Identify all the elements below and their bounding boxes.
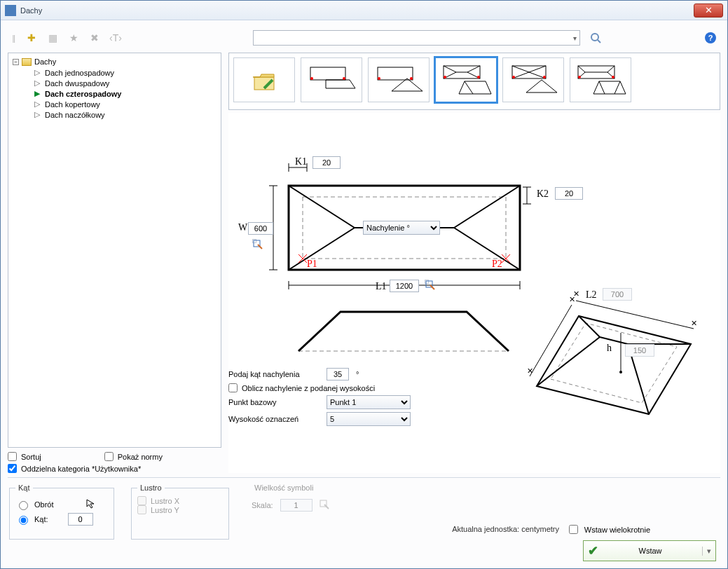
base-point-select[interactable]: Punkt 1 <box>327 395 411 409</box>
svg-line-48 <box>289 228 355 270</box>
angle-group: Kąt Obrót Kąt: <box>9 484 114 540</box>
own-category-checkbox[interactable]: Oddzielna kategoria *Użytkownika* <box>8 464 221 473</box>
symbol-size-group: Wielkość symboli Skala: <box>246 484 386 523</box>
rotate-radio[interactable]: Obrót <box>15 499 108 510</box>
l1-input[interactable] <box>390 280 419 292</box>
item-bullet-icon: ▶ <box>34 89 41 98</box>
item-bullet-icon: ▷ <box>34 110 41 119</box>
svg-point-11 <box>410 77 413 80</box>
thumbnail-folder[interactable] <box>233 57 295 102</box>
k1-input[interactable] <box>313 156 341 169</box>
svg-point-10 <box>378 77 380 80</box>
svg-point-77 <box>619 371 622 373</box>
pick-length-icon[interactable] <box>425 280 429 284</box>
svg-line-29 <box>578 66 585 72</box>
svg-line-36 <box>614 81 620 94</box>
insert-multi-checkbox[interactable]: Wstaw wielokrotnie <box>566 523 650 536</box>
svg-line-30 <box>607 66 614 72</box>
right-panel: K1 K2 <box>228 53 720 473</box>
svg-marker-5 <box>326 80 355 88</box>
svg-point-26 <box>512 76 515 78</box>
text-icon[interactable]: ‹T› <box>110 32 121 43</box>
thumbnail-hip-roof[interactable] <box>435 57 497 102</box>
left-panel: − Dachy ▷Dach jednospadowy ▷Dach dwuspad… <box>8 53 221 473</box>
l2-input <box>603 288 632 301</box>
tree-item[interactable]: ▷Dach dwuspadowy <box>34 78 217 88</box>
svg-marker-3 <box>253 74 274 77</box>
svg-text:✕: ✕ <box>569 295 575 303</box>
tree-collapse-icon[interactable]: − <box>13 59 19 65</box>
delete-icon[interactable]: ✖ <box>89 32 100 43</box>
insert-button[interactable]: ✔ Wstaw ▾ <box>583 540 716 561</box>
svg-line-69 <box>600 337 628 344</box>
star-icon[interactable]: ★ <box>68 32 79 43</box>
k2-label: K2 <box>537 188 549 199</box>
pick-point-icon[interactable] <box>252 239 256 243</box>
p1-label: P1 <box>307 259 317 269</box>
content: ‖ ✚ ▦ ★ ✖ ‹T› ? − Dachy <box>1 20 727 568</box>
tree-item[interactable]: ▷Dach jednospadowy <box>34 67 217 78</box>
tree-root[interactable]: − Dachy <box>13 57 217 66</box>
tree-item-selected[interactable]: ▶Dach czterospadowy <box>34 88 217 99</box>
svg-point-0 <box>591 34 598 41</box>
svg-point-27 <box>543 76 546 78</box>
svg-line-35 <box>599 81 605 94</box>
app-icon <box>5 5 16 16</box>
help-icon[interactable]: ? <box>705 32 716 43</box>
item-bullet-icon: ▷ <box>34 68 41 77</box>
svg-text:✕: ✕ <box>527 366 533 375</box>
grid-icon[interactable]: ▦ <box>47 32 58 43</box>
search-combo[interactable] <box>253 30 580 46</box>
tree: − Dachy ▷Dach jednospadowy ▷Dach dwuspad… <box>8 53 221 448</box>
show-norms-checkbox[interactable]: Pokaż normy <box>104 452 163 461</box>
titlebar: Dachy ✕ <box>1 1 727 20</box>
item-bullet-icon: ▷ <box>34 100 41 109</box>
svg-line-19 <box>465 81 473 94</box>
l1-label: L1 <box>376 281 387 292</box>
svg-line-49 <box>454 186 520 228</box>
scale-input <box>280 499 313 512</box>
svg-line-47 <box>289 186 355 228</box>
calc-from-height-checkbox[interactable]: Oblicz nachylenie z podanej wysokości <box>228 383 453 392</box>
marks-height-label: Wysokość oznaczeń <box>228 415 320 423</box>
svg-marker-64 <box>551 323 677 403</box>
h-input <box>625 344 654 357</box>
angle-input[interactable] <box>327 368 349 381</box>
angle-value-input[interactable] <box>68 513 93 526</box>
svg-point-20 <box>444 76 446 78</box>
window-title: Dachy <box>20 6 694 15</box>
thumbnail-shed-roof[interactable] <box>301 57 362 102</box>
thumbnail-half-hip-roof[interactable] <box>570 57 631 102</box>
main-window: Dachy ✕ ‖ ✚ ▦ ★ ✖ ‹T› ? − <box>0 0 728 569</box>
folder-icon <box>22 58 32 66</box>
svg-marker-18 <box>459 81 491 94</box>
tree-root-label: Dachy <box>34 57 56 66</box>
toolbar: ‖ ✚ ▦ ★ ✖ ‹T› ? <box>8 27 720 48</box>
mirror-y-checkbox: Lustro Y <box>137 505 223 514</box>
sort-checkbox[interactable]: Sortuj <box>8 452 41 461</box>
tree-item[interactable]: ▷Dach kopertowy <box>34 99 217 109</box>
w1-input[interactable] <box>248 222 273 235</box>
h-label: h <box>607 343 612 353</box>
angle-radio[interactable]: Kąt: <box>15 513 108 526</box>
svg-marker-25 <box>526 80 557 92</box>
marks-height-select[interactable]: 5 <box>327 412 411 426</box>
close-button[interactable]: ✕ <box>694 4 723 18</box>
svg-line-13 <box>444 66 456 72</box>
add-icon[interactable]: ✚ <box>26 32 37 43</box>
slope-select[interactable]: Nachylenie ° <box>363 221 440 235</box>
k2-input[interactable] <box>555 187 583 200</box>
svg-line-73 <box>530 305 572 376</box>
check-icon: ✔ <box>588 543 598 558</box>
svg-point-37 <box>578 76 581 78</box>
thumbnail-pyramid-roof[interactable] <box>502 57 564 102</box>
search-icon[interactable] <box>590 32 601 43</box>
bottom-bar: Kąt Obrót Kąt: Lustro Lustro X Lustro Y … <box>8 477 720 561</box>
base-point-label: Punkt bazowy <box>228 398 320 406</box>
svg-line-70 <box>576 301 694 329</box>
angle-suffix: ° <box>356 370 359 378</box>
dropdown-icon[interactable]: ▾ <box>702 547 711 556</box>
tree-item[interactable]: ▷Dach naczółkowy <box>34 109 217 120</box>
svg-point-21 <box>477 76 480 78</box>
thumbnail-gable-roof[interactable] <box>368 57 430 102</box>
